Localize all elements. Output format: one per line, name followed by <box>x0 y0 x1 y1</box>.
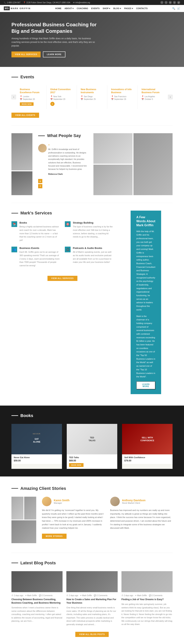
search-icon[interactable]: 🔍 <box>172 7 175 10</box>
event-title-4: Innovations of InfoBusiness <box>111 88 134 94</box>
header-icons: 🔍 🛒 <box>172 7 180 10</box>
blog-excerpt-1: Sometimes when I meet a business owner t… <box>12 606 62 623</box>
youtube-icon[interactable]: yt <box>177 1 180 4</box>
book-cover-1: NEVER EATALONE <box>12 424 62 454</box>
title-line <box>12 77 18 78</box>
logo[interactable]: MG MARK GRIFFIN <box>4 6 30 10</box>
view-all-blog-btn[interactable]: VIEW ALL BLOG POSTS <box>75 632 109 637</box>
person-images-left <box>12 133 32 195</box>
event-card-4: Innovations of InfoBusiness 📍 San Franci… <box>107 85 138 109</box>
nav-events[interactable]: Events <box>91 7 100 10</box>
service-books-text: Books Being a highly acclaimed business … <box>20 221 60 242</box>
event-card-1: BusinessExcellence Forum 📍 London 📅 Sept… <box>16 85 46 109</box>
testimonial-images <box>94 133 172 195</box>
book-cover-3: SELL WITHCONFIDENCE <box>122 424 172 454</box>
testimonial-content: What People Say " Mr. Griffin's knowledg… <box>38 133 88 195</box>
nav-blog[interactable]: Blog ▾ <box>113 7 121 10</box>
linkedin-icon[interactable]: li <box>173 1 176 4</box>
story-header-1: Karen Smith Manager <box>42 497 104 506</box>
nav-contacts[interactable]: Contacts <box>136 7 148 10</box>
book-service-icon: 📚 <box>12 221 17 227</box>
blog-card-3[interactable]: ⏱ 2 days ago ✏ Mark Griffin 💬 2 Comments… <box>122 571 172 626</box>
about-box-text1: With the help of Mr. Griffin and his pro… <box>136 230 156 312</box>
event-date-1: 📅 September 20 <box>20 98 42 100</box>
service-podcast: 🎧 Podcasts & Audio Books All of Mark's s… <box>65 246 114 267</box>
nav-coaching[interactable]: Coaching <box>77 7 88 10</box>
nav-about[interactable]: About ▾ <box>64 7 74 10</box>
more-stories-btn[interactable]: MORE STORIES <box>42 534 66 539</box>
services-content: Mark's Services 📚 Books Being a highly a… <box>12 210 114 402</box>
nav-pages[interactable]: Pages ▾ <box>124 7 133 10</box>
title-line-t <box>38 136 45 136</box>
testimonial-up-btn[interactable]: ▲ <box>38 179 42 183</box>
hero-description: Among hundreds of things that Mark Griff… <box>12 37 97 48</box>
story-avatar-2 <box>110 497 120 506</box>
book-series-1: NEVER <box>31 433 42 435</box>
book-now-btn-1[interactable]: BOOK NOW <box>20 102 34 106</box>
blog-author-1: ✏ Mark Griffin <box>25 594 37 596</box>
blog-author-3: ✏ Mark Griffin <box>135 594 147 596</box>
twitter-icon[interactable]: t <box>164 1 168 4</box>
phone-info: 📞 1-800-1234-567 <box>4 2 20 4</box>
blog-meta-2: ⏱ 2 days ago ✏ Mark Griffin 💬 2 Comments <box>66 594 118 596</box>
blog-post-title-2: How to Create a Sales and Marketing Plan… <box>66 598 118 604</box>
logo-name: MARK GRIFFIN <box>11 7 30 10</box>
book-cover-2: TEDTALKS <box>67 424 117 454</box>
story-card-1: Karen Smith Manager We did it! I'm getti… <box>42 497 104 530</box>
top-bar-contacts: 📞 1-800-1234-567 📍 2130 Fulton Street Sa… <box>4 2 90 4</box>
events-next-arrow[interactable]: › <box>168 95 172 99</box>
events-prev-arrow[interactable]: ‹ <box>12 95 16 99</box>
event-title-2: Global Convention2017 <box>50 88 73 94</box>
blog-card-1[interactable]: ⏱ 2 days ago ✏ Mark Griffin 💬 2 Comments… <box>12 571 62 626</box>
blog-meta-3: ⏱ 2 days ago ✏ Mark Griffin 💬 2 Comments <box>122 594 172 596</box>
blog-card-2[interactable]: ⏱ 2 days ago ✏ Mark Griffin 💬 2 Comments… <box>66 571 118 626</box>
title-line-st <box>12 488 18 489</box>
services-grid: 📚 Books Being a highly acclaimed busines… <box>12 221 114 267</box>
blog-image-3 <box>122 571 172 592</box>
about-box-title: A Few Words About Mark Griffin <box>136 215 156 227</box>
blog-section: Latest Blog Posts ⏱ 2 days ago ✏ Mark Gr… <box>0 553 184 644</box>
quote-mark: " <box>48 144 88 148</box>
service-events: 👥 Business Events Each Mr. Griffin goes … <box>12 246 60 267</box>
book-main-title-3: SELL WITHCONFIDENCE <box>138 434 156 444</box>
instagram-icon[interactable]: in <box>169 1 172 4</box>
testimonial-img-tall <box>134 133 172 195</box>
books-section-title: Books <box>12 413 172 418</box>
nav-home[interactable]: Home <box>55 7 62 10</box>
about-learn-more-btn[interactable]: LEARN MORE <box>136 381 156 389</box>
calendar-icon-4: 📅 <box>111 98 114 100</box>
event-location-4: 📍 San Francisco <box>111 96 134 98</box>
events-section: Events ‹ BusinessExcellence Forum 📍 Lond… <box>0 67 184 126</box>
view-all-events-btn[interactable]: VIEW ALL EVENTS <box>12 113 39 118</box>
blog-excerpt-3: We are getting into late spring/early su… <box>122 603 172 626</box>
map-pin-icon-2: 📍 <box>50 96 53 98</box>
learn-more-btn[interactable]: LEARN MORE <box>43 52 65 57</box>
book-card-3: SELL WITHCONFIDENCE Sell With Confidence… <box>122 424 172 469</box>
testimonial-down-btn[interactable]: ▼ <box>38 184 42 188</box>
book-card-2: TEDTALKS TED Talks $69.00 BOOK NOW <box>67 424 117 469</box>
event-card-3: New BusinessInstruments 📍 San Diego 📅 Se… <box>77 85 107 109</box>
email-icon: ✉ <box>73 2 74 4</box>
address-info: 📍 2130 Fulton Street San Diego, CA 94117… <box>23 2 70 4</box>
view-all-services-btn[interactable]: VIEW ALL SERVICES <box>12 52 40 57</box>
top-social-icons: f t in li yt <box>160 1 180 4</box>
book-main-title-1: EATALONE <box>31 436 42 446</box>
hero-buttons: VIEW ALL SERVICES LEARN MORE <box>12 52 97 57</box>
story-header-2: Anthony Davidson Stock Market Client <box>110 497 173 506</box>
blog-title: Latest Blog Posts <box>12 560 172 566</box>
calendar-icon-5: 📅 <box>142 98 144 100</box>
blog-image-1 <box>12 571 62 592</box>
service-books: 📚 Books Being a highly acclaimed busines… <box>12 221 60 242</box>
view-all-services-btn-2[interactable]: VIEW ALL SERVICES <box>48 276 78 281</box>
nav-shop[interactable]: Shop ▾ <box>102 7 110 10</box>
top-bar: 📞 1-800-1234-567 📍 2130 Fulton Street Sa… <box>0 0 184 5</box>
cart-icon[interactable]: 🛒 <box>177 7 180 10</box>
blog-view-all-wrapper: VIEW ALL BLOG POSTS <box>12 626 172 637</box>
calendar-icon-2: 📅 <box>50 98 53 100</box>
book-info-1: Never Eat Alone $59.00 <box>12 454 62 464</box>
facebook-icon[interactable]: f <box>160 1 164 4</box>
testimonial-avatar <box>38 144 47 152</box>
book-now-btn-2[interactable]: BOOK NOW <box>69 463 84 467</box>
hero-content: Professional Business Coaching for Big a… <box>12 22 97 57</box>
stories-img-1 <box>12 497 24 520</box>
